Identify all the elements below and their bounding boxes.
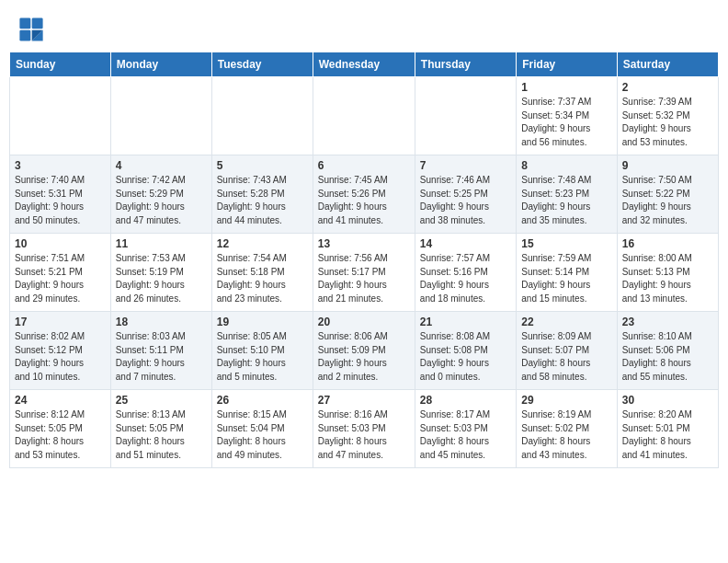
calendar-cell: 17Sunrise: 8:02 AM Sunset: 5:12 PM Dayli… xyxy=(10,312,111,390)
calendar-cell: 15Sunrise: 7:59 AM Sunset: 5:14 PM Dayli… xyxy=(517,234,617,312)
day-number: 18 xyxy=(116,316,207,328)
day-info: Sunrise: 7:46 AM Sunset: 5:25 PM Dayligh… xyxy=(420,174,511,227)
calendar-week-row: 10Sunrise: 7:51 AM Sunset: 5:21 PM Dayli… xyxy=(10,234,719,312)
day-info: Sunrise: 7:40 AM Sunset: 5:31 PM Dayligh… xyxy=(15,174,106,227)
calendar-cell: 29Sunrise: 8:19 AM Sunset: 5:02 PM Dayli… xyxy=(517,390,617,468)
calendar-week-row: 17Sunrise: 8:02 AM Sunset: 5:12 PM Dayli… xyxy=(10,312,719,390)
logo-icon xyxy=(18,17,44,42)
day-info: Sunrise: 7:56 AM Sunset: 5:17 PM Dayligh… xyxy=(318,252,410,305)
day-info: Sunrise: 8:08 AM Sunset: 5:08 PM Dayligh… xyxy=(420,330,511,384)
day-info: Sunrise: 8:03 AM Sunset: 5:11 PM Dayligh… xyxy=(116,330,207,384)
calendar-cell: 23Sunrise: 8:10 AM Sunset: 5:06 PM Dayli… xyxy=(617,312,718,390)
day-number: 14 xyxy=(420,237,511,250)
day-info: Sunrise: 8:16 AM Sunset: 5:03 PM Dayligh… xyxy=(318,408,410,462)
day-info: Sunrise: 7:48 AM Sunset: 5:23 PM Dayligh… xyxy=(521,174,611,227)
day-info: Sunrise: 8:09 AM Sunset: 5:07 PM Dayligh… xyxy=(521,330,611,384)
day-number: 30 xyxy=(622,394,713,407)
day-info: Sunrise: 8:13 AM Sunset: 5:05 PM Dayligh… xyxy=(116,408,207,462)
day-number: 9 xyxy=(622,159,713,172)
day-info: Sunrise: 8:02 AM Sunset: 5:12 PM Dayligh… xyxy=(15,330,106,384)
calendar-cell: 27Sunrise: 8:16 AM Sunset: 5:03 PM Dayli… xyxy=(313,390,415,468)
day-info: Sunrise: 7:50 AM Sunset: 5:22 PM Dayligh… xyxy=(622,174,713,227)
day-number: 12 xyxy=(217,237,308,250)
day-info: Sunrise: 8:06 AM Sunset: 5:09 PM Dayligh… xyxy=(318,330,410,384)
calendar-cell: 26Sunrise: 8:15 AM Sunset: 5:04 PM Dayli… xyxy=(211,390,313,468)
calendar-wrapper: SundayMondayTuesdayWednesdayThursdayFrid… xyxy=(0,52,728,477)
calendar-cell: 28Sunrise: 8:17 AM Sunset: 5:03 PM Dayli… xyxy=(415,390,516,468)
calendar-cell: 25Sunrise: 8:13 AM Sunset: 5:05 PM Dayli… xyxy=(110,390,211,468)
calendar-cell: 4Sunrise: 7:42 AM Sunset: 5:29 PM Daylig… xyxy=(110,155,211,234)
calendar-cell: 7Sunrise: 7:46 AM Sunset: 5:25 PM Daylig… xyxy=(415,155,516,234)
calendar-cell: 24Sunrise: 8:12 AM Sunset: 5:05 PM Dayli… xyxy=(10,390,111,468)
weekday-header: Friday xyxy=(517,52,617,77)
logo xyxy=(18,17,48,42)
day-number: 8 xyxy=(521,159,611,172)
calendar-cell: 13Sunrise: 7:56 AM Sunset: 5:17 PM Dayli… xyxy=(313,234,415,312)
day-number: 15 xyxy=(521,237,611,250)
day-number: 25 xyxy=(116,394,207,407)
day-number: 3 xyxy=(15,159,106,172)
calendar-cell: 8Sunrise: 7:48 AM Sunset: 5:23 PM Daylig… xyxy=(517,155,617,234)
calendar-cell xyxy=(415,77,516,155)
calendar-cell: 14Sunrise: 7:57 AM Sunset: 5:16 PM Dayli… xyxy=(415,234,516,312)
day-info: Sunrise: 8:12 AM Sunset: 5:05 PM Dayligh… xyxy=(15,408,106,462)
calendar-table: SundayMondayTuesdayWednesdayThursdayFrid… xyxy=(9,52,719,468)
svg-rect-2 xyxy=(19,30,30,41)
calendar-cell: 16Sunrise: 8:00 AM Sunset: 5:13 PM Dayli… xyxy=(617,234,718,312)
day-info: Sunrise: 8:15 AM Sunset: 5:04 PM Dayligh… xyxy=(217,408,308,462)
day-number: 7 xyxy=(420,159,511,172)
day-number: 5 xyxy=(217,159,308,172)
day-number: 1 xyxy=(521,81,611,94)
calendar-cell: 19Sunrise: 8:05 AM Sunset: 5:10 PM Dayli… xyxy=(211,312,313,390)
day-info: Sunrise: 7:39 AM Sunset: 5:32 PM Dayligh… xyxy=(622,96,713,149)
day-number: 26 xyxy=(217,394,308,407)
calendar-cell: 21Sunrise: 8:08 AM Sunset: 5:08 PM Dayli… xyxy=(415,312,516,390)
day-number: 13 xyxy=(318,237,410,250)
weekday-header: Monday xyxy=(110,52,211,77)
day-number: 24 xyxy=(15,394,106,407)
day-info: Sunrise: 8:10 AM Sunset: 5:06 PM Dayligh… xyxy=(622,330,713,384)
day-number: 21 xyxy=(420,316,511,328)
calendar-cell: 10Sunrise: 7:51 AM Sunset: 5:21 PM Dayli… xyxy=(10,234,111,312)
calendar-cell: 2Sunrise: 7:39 AM Sunset: 5:32 PM Daylig… xyxy=(617,77,718,155)
calendar-cell: 22Sunrise: 8:09 AM Sunset: 5:07 PM Dayli… xyxy=(517,312,617,390)
day-number: 27 xyxy=(318,394,410,407)
calendar-cell: 18Sunrise: 8:03 AM Sunset: 5:11 PM Dayli… xyxy=(110,312,211,390)
weekday-header: Sunday xyxy=(10,52,111,77)
day-number: 22 xyxy=(521,316,611,328)
day-info: Sunrise: 7:43 AM Sunset: 5:28 PM Dayligh… xyxy=(217,174,308,227)
calendar-cell xyxy=(313,77,415,155)
weekday-header: Saturday xyxy=(617,52,718,77)
calendar-cell: 12Sunrise: 7:54 AM Sunset: 5:18 PM Dayli… xyxy=(211,234,313,312)
calendar-cell xyxy=(211,77,313,155)
day-info: Sunrise: 8:05 AM Sunset: 5:10 PM Dayligh… xyxy=(217,330,308,384)
calendar-cell: 1Sunrise: 7:37 AM Sunset: 5:34 PM Daylig… xyxy=(517,77,617,155)
calendar-cell: 5Sunrise: 7:43 AM Sunset: 5:28 PM Daylig… xyxy=(211,155,313,234)
day-info: Sunrise: 7:45 AM Sunset: 5:26 PM Dayligh… xyxy=(318,174,410,227)
calendar-week-row: 3Sunrise: 7:40 AM Sunset: 5:31 PM Daylig… xyxy=(10,155,719,234)
calendar-cell: 6Sunrise: 7:45 AM Sunset: 5:26 PM Daylig… xyxy=(313,155,415,234)
calendar-cell: 3Sunrise: 7:40 AM Sunset: 5:31 PM Daylig… xyxy=(10,155,111,234)
day-number: 19 xyxy=(217,316,308,328)
day-info: Sunrise: 7:54 AM Sunset: 5:18 PM Dayligh… xyxy=(217,252,308,305)
calendar-cell xyxy=(10,77,111,155)
day-number: 10 xyxy=(15,237,106,250)
weekday-header: Wednesday xyxy=(313,52,415,77)
day-number: 17 xyxy=(15,316,106,328)
day-info: Sunrise: 7:37 AM Sunset: 5:34 PM Dayligh… xyxy=(521,96,611,149)
svg-rect-0 xyxy=(19,17,30,29)
day-number: 29 xyxy=(521,394,611,407)
calendar-body: 1Sunrise: 7:37 AM Sunset: 5:34 PM Daylig… xyxy=(10,77,719,468)
day-info: Sunrise: 7:59 AM Sunset: 5:14 PM Dayligh… xyxy=(521,252,611,305)
day-info: Sunrise: 7:42 AM Sunset: 5:29 PM Dayligh… xyxy=(116,174,207,227)
day-info: Sunrise: 8:17 AM Sunset: 5:03 PM Dayligh… xyxy=(420,408,511,462)
day-number: 4 xyxy=(116,159,207,172)
day-info: Sunrise: 8:20 AM Sunset: 5:01 PM Dayligh… xyxy=(622,408,713,462)
day-info: Sunrise: 7:53 AM Sunset: 5:19 PM Dayligh… xyxy=(116,252,207,305)
day-info: Sunrise: 8:00 AM Sunset: 5:13 PM Dayligh… xyxy=(622,252,713,305)
day-info: Sunrise: 7:51 AM Sunset: 5:21 PM Dayligh… xyxy=(15,252,106,305)
calendar-cell: 9Sunrise: 7:50 AM Sunset: 5:22 PM Daylig… xyxy=(617,155,718,234)
weekday-header: Thursday xyxy=(415,52,516,77)
day-number: 6 xyxy=(318,159,410,172)
svg-rect-1 xyxy=(32,17,43,29)
